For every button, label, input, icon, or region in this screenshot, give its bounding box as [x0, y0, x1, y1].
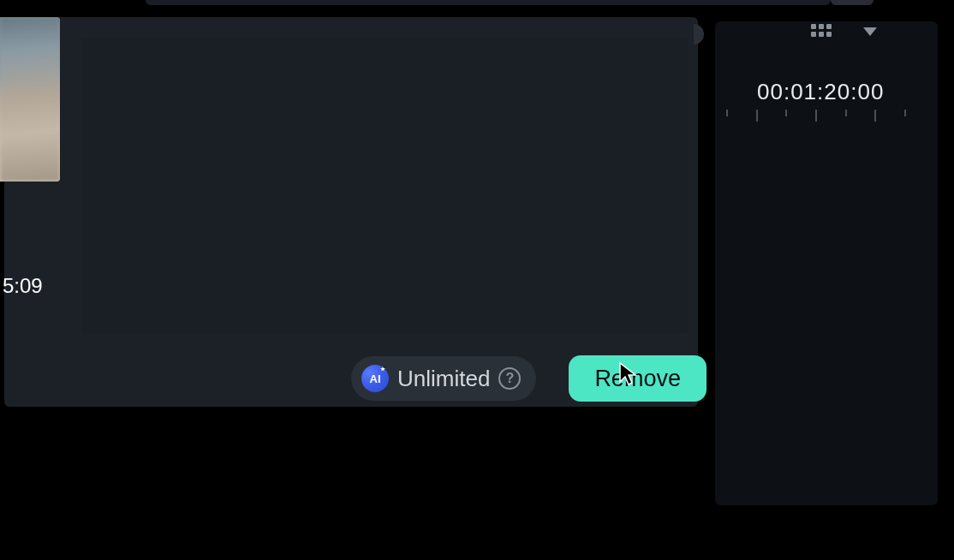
ruler-tick [726, 110, 728, 116]
timeline-ruler[interactable] [726, 110, 906, 127]
ai-badge-text: AI [370, 372, 381, 385]
help-icon[interactable]: ? [498, 367, 521, 390]
ruler-tick [785, 110, 787, 116]
thumbnail-image [0, 17, 60, 182]
video-thumbnail[interactable] [0, 17, 60, 182]
ruler-tick [815, 110, 817, 122]
bottom-controls: AI Unlimited ? Remove [351, 355, 707, 402]
dropdown-arrow-icon[interactable] [863, 27, 877, 36]
ruler-tick [756, 110, 758, 122]
remove-button[interactable]: Remove [569, 355, 707, 402]
ai-badge-icon: AI [361, 365, 389, 392]
bottom-black-area [0, 509, 954, 560]
ruler-tick [874, 110, 876, 122]
help-symbol: ? [505, 371, 514, 386]
panel-close-edge[interactable] [694, 24, 704, 45]
thumbnail-timestamp: 5:09 [3, 274, 43, 298]
search-bar-edge [146, 0, 831, 5]
main-panel: AI Unlimited ? Remove [4, 17, 698, 407]
grid-view-icon[interactable] [811, 24, 832, 37]
top-bar [0, 0, 954, 9]
timecode-display: 00:01:20:00 [757, 79, 884, 105]
ruler-tick [845, 110, 847, 116]
remove-label: Remove [594, 366, 681, 392]
preview-area [81, 38, 688, 333]
ruler-tick [904, 110, 906, 116]
ai-unlimited-pill[interactable]: AI Unlimited ? [351, 356, 536, 401]
search-button-edge [831, 0, 874, 5]
unlimited-label: Unlimited [397, 366, 490, 392]
